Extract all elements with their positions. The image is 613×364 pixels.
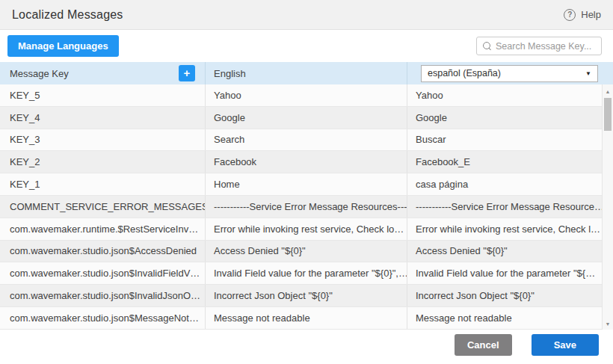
table-row[interactable]: com.wavemaker.studio.json$MessageNot… Me…	[0, 307, 602, 330]
cell-translation[interactable]: Google	[407, 107, 602, 129]
save-button[interactable]: Save	[532, 334, 599, 356]
table-row[interactable]: COMMENT_SERVICE_ERROR_MESSAGES ---------…	[0, 196, 602, 218]
page-title: Localized Messages	[12, 8, 123, 22]
cell-translation[interactable]: Incorrect Json Object "${0}"	[407, 285, 602, 306]
cell-key[interactable]: KEY_3	[0, 129, 206, 151]
language-select[interactable]: español (España) ▼	[421, 65, 598, 82]
toolbar: Manage Languages	[0, 30, 613, 62]
cell-english[interactable]: Facebook	[206, 151, 407, 173]
cell-key[interactable]: KEY_1	[0, 173, 206, 195]
column-header-language: español (España) ▼	[407, 62, 602, 84]
cell-key[interactable]: KEY_4	[0, 107, 206, 129]
table-row[interactable]: KEY_2 Facebook Facebook_E	[0, 151, 602, 173]
cell-translation[interactable]: Access Denied "${0}"	[407, 241, 602, 262]
cell-translation[interactable]: Error while invoking rest service, Check…	[407, 218, 602, 240]
scroll-down-icon[interactable]: ▼	[603, 321, 613, 327]
cell-key[interactable]: com.wavemaker.studio.json$MessageNot…	[0, 307, 206, 329]
cell-key[interactable]: KEY_5	[0, 84, 206, 106]
message-key-header-label: Message Key	[10, 68, 69, 79]
cell-english[interactable]: Invalid Field value for the parameter "$…	[206, 262, 407, 284]
cell-translation[interactable]: Facebook_E	[407, 151, 602, 173]
cell-translation[interactable]: Buscar	[407, 129, 602, 151]
cell-english[interactable]: Message not readable	[206, 307, 407, 329]
cell-english[interactable]: Home	[206, 173, 407, 195]
help-icon: ?	[564, 9, 576, 21]
language-select-value: español (España)	[428, 68, 501, 78]
cell-translation[interactable]: casa página	[407, 173, 602, 195]
cell-key[interactable]: COMMENT_SERVICE_ERROR_MESSAGES	[0, 196, 206, 218]
cell-english[interactable]: -----------Service Error Message Resourc…	[206, 196, 407, 218]
search-input[interactable]	[496, 41, 595, 52]
vertical-scrollbar[interactable]: ▲ ▼	[602, 84, 613, 330]
table-row[interactable]: KEY_1 Home casa página	[0, 173, 602, 196]
grid-header: Message Key + English español (España) ▼	[0, 62, 613, 84]
cell-translation[interactable]: Invalid Field value for the parameter "$…	[407, 262, 602, 284]
column-header-message-key: Message Key +	[0, 62, 206, 84]
search-box[interactable]	[476, 37, 602, 55]
cell-key[interactable]: KEY_2	[0, 151, 206, 173]
scroll-up-icon[interactable]: ▲	[603, 89, 613, 94]
cell-english[interactable]: Yahoo	[206, 84, 407, 106]
english-header-label: English	[214, 68, 246, 79]
cell-key[interactable]: com.wavemaker.runtime.$RestServiceInv…	[0, 218, 206, 240]
localized-messages-dialog: Localized Messages ? Help Manage Languag…	[0, 0, 613, 364]
cell-translation[interactable]: Message not readable	[407, 307, 602, 329]
cell-key[interactable]: com.wavemaker.studio.json$InvalidJsonO…	[0, 285, 206, 306]
cell-translation[interactable]: Yahoo	[407, 84, 602, 106]
cell-key[interactable]: com.wavemaker.studio.json$AccessDenied	[0, 241, 206, 262]
cell-translation[interactable]: -----------Service Error Message Resourc…	[407, 196, 602, 218]
footer: Cancel Save	[0, 330, 613, 364]
title-bar: Localized Messages ? Help	[0, 0, 613, 30]
cell-english[interactable]: Access Denied "${0}"	[206, 241, 407, 262]
table-row[interactable]: KEY_5 Yahoo Yahoo	[0, 84, 602, 107]
help-label: Help	[581, 9, 601, 20]
cancel-button[interactable]: Cancel	[455, 334, 512, 356]
caret-down-icon: ▼	[585, 70, 591, 77]
add-language-button[interactable]: +	[179, 65, 195, 81]
cell-english[interactable]: Google	[206, 107, 407, 129]
cell-english[interactable]: Incorrect Json Object "${0}"	[206, 285, 407, 306]
column-header-english: English	[206, 62, 407, 84]
table-row[interactable]: com.wavemaker.runtime.$RestServiceInv… E…	[0, 218, 602, 241]
plus-icon: +	[184, 66, 191, 81]
table-row[interactable]: com.wavemaker.studio.json$InvalidJsonO… …	[0, 285, 602, 307]
cell-english[interactable]: Error while invoking rest service, Check…	[206, 218, 407, 240]
search-icon	[483, 42, 491, 50]
manage-languages-button[interactable]: Manage Languages	[7, 35, 119, 57]
help-link[interactable]: ? Help	[564, 9, 601, 21]
table-row[interactable]: com.wavemaker.studio.json$InvalidFieldV……	[0, 262, 602, 285]
grid-body: KEY_5 Yahoo Yahoo KEY_4 Google Google KE…	[0, 84, 602, 330]
cell-key[interactable]: com.wavemaker.studio.json$InvalidFieldV…	[0, 262, 206, 284]
cell-english[interactable]: Search	[206, 129, 407, 151]
scrollbar-thumb[interactable]	[604, 98, 612, 131]
table-row[interactable]: com.wavemaker.studio.json$AccessDenied A…	[0, 241, 602, 263]
table-row[interactable]: KEY_3 Search Buscar	[0, 129, 602, 152]
table-row[interactable]: KEY_4 Google Google	[0, 107, 602, 129]
